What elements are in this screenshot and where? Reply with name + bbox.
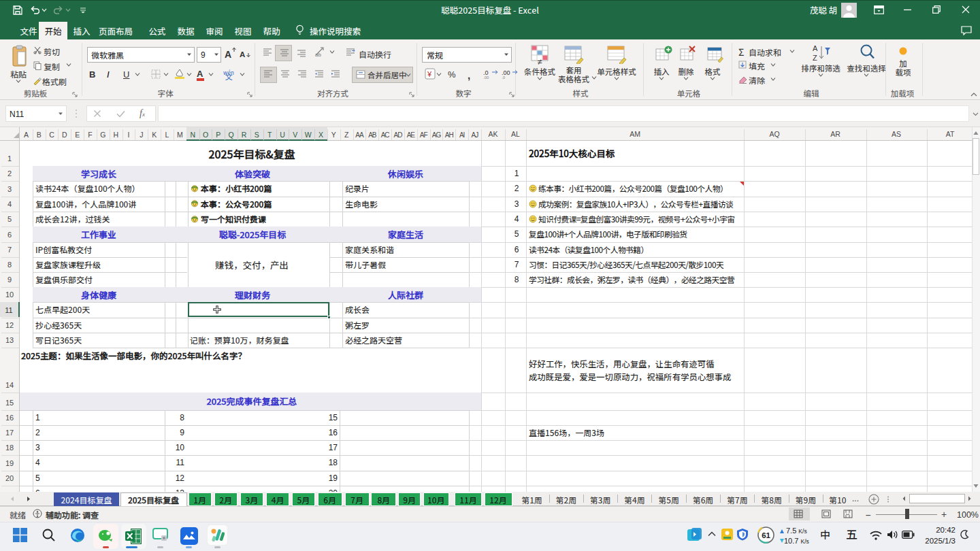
svg-text:ab: ab: [315, 52, 321, 57]
svg-text:¥: ¥: [427, 70, 432, 78]
svg-text:.00: .00: [483, 76, 489, 79]
svg-text:Z: Z: [813, 54, 817, 62]
svg-text:61: 61: [762, 531, 770, 539]
svg-text:.0: .0: [502, 76, 506, 79]
svg-text:≠: ≠: [538, 57, 542, 65]
svg-text:A: A: [813, 44, 818, 52]
